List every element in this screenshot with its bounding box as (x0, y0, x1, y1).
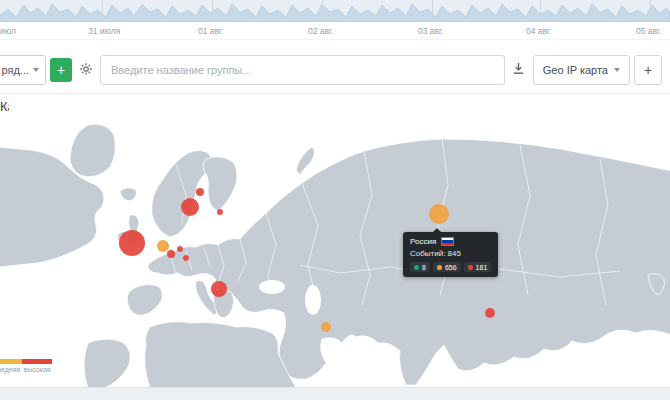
add-widget-label: + (644, 63, 652, 77)
group-order-select[interactable]: ряд... (0, 55, 46, 85)
timeline-sparkline (0, 0, 670, 22)
tooltip-country: Россия (410, 237, 436, 246)
severity-dot-icon (414, 265, 419, 270)
timeline-date: 03 авг. (418, 26, 443, 36)
dashboard: июля 31 июля01 авг.02 авг.03 авг.04 авг.… (0, 0, 670, 400)
map-marker[interactable] (181, 198, 199, 216)
landmass (296, 147, 315, 175)
legend-label: высокая (22, 366, 52, 373)
landmass (203, 157, 237, 211)
timeline-date: 04 авг. (526, 26, 551, 36)
timeline-gridline (212, 0, 213, 22)
chevron-down-icon (614, 68, 620, 72)
toolbar-divider (0, 93, 670, 94)
timeline-date: 01 авг. (198, 26, 223, 36)
russia-flag-icon (441, 237, 454, 246)
severity-legend-labels: средняявысокая (0, 366, 52, 373)
add-group-button[interactable]: + (50, 58, 72, 82)
world-map (0, 95, 670, 388)
group-name-input[interactable] (100, 55, 505, 85)
timeline-date: 02 авг. (308, 26, 333, 36)
tooltip-stat-chip: 8 (410, 262, 430, 272)
group-order-select-label: ряд... (1, 64, 29, 76)
geo-ip-map[interactable] (0, 95, 670, 388)
timeline-axis: июля 31 июля01 авг.02 авг.03 авг.04 авг.… (0, 22, 670, 40)
timeline-brush[interactable] (0, 0, 670, 22)
tooltip-events: Событий: 845 (410, 249, 491, 258)
tooltip-stat-value: 181 (476, 264, 488, 271)
landmass (145, 322, 296, 388)
timeline-gridline (650, 0, 651, 22)
timeline-gridline (322, 0, 323, 22)
map-marker[interactable] (321, 322, 331, 332)
legend-label: средняя (0, 366, 22, 373)
landmass (127, 285, 162, 316)
add-widget-button[interactable]: + (634, 55, 662, 85)
timeline-date: 31 июля (88, 26, 120, 36)
map-type-label: Geo IP карта (543, 64, 608, 76)
map-marker[interactable] (485, 308, 495, 318)
map-marker[interactable] (177, 246, 183, 252)
tooltip-stat-value: 656 (445, 264, 457, 271)
map-marker[interactable] (429, 204, 449, 224)
timeline-date-partial: июля (0, 26, 16, 36)
map-marker[interactable] (196, 188, 204, 196)
severity-dot-icon (468, 265, 473, 270)
map-marker[interactable] (211, 281, 227, 297)
landmass (70, 124, 115, 177)
tooltip-stat-chip: 181 (464, 262, 492, 272)
toolbar: ряд... + Geo IP карта (0, 52, 670, 88)
tooltip-stat-chip: 656 (433, 262, 461, 272)
map-type-select[interactable]: Geo IP карта (533, 55, 630, 85)
add-group-label: + (57, 63, 65, 77)
severity-dot-icon (437, 265, 442, 270)
landmass (120, 188, 136, 201)
severity-legend: средняявысокая (0, 359, 52, 373)
chevron-down-icon (33, 68, 39, 72)
legend-segment (22, 359, 52, 364)
timeline-date: 05 авг. (636, 26, 661, 36)
download-button[interactable] (509, 58, 529, 82)
timeline-gridline (540, 0, 541, 22)
timeline-gridline (432, 0, 433, 22)
timeline-gridline (102, 0, 103, 22)
landmass (84, 339, 130, 388)
map-marker[interactable] (167, 250, 175, 258)
map-marker[interactable] (119, 230, 145, 256)
caspian-sea (305, 285, 321, 315)
gear-icon (79, 62, 93, 79)
map-tooltip: Россия Событий: 845 8656181 (403, 232, 498, 277)
legend-segment (0, 359, 22, 364)
severity-legend-bar (0, 359, 52, 364)
section-heading: Карта (0, 99, 9, 114)
map-marker[interactable] (183, 255, 189, 261)
download-icon (512, 62, 525, 78)
black-sea (259, 280, 285, 294)
next-panel-edge (0, 387, 670, 400)
tooltip-stats: 8656181 (410, 262, 491, 272)
tooltip-stat-value: 8 (422, 264, 426, 271)
settings-button[interactable] (76, 58, 96, 82)
map-marker[interactable] (217, 209, 223, 215)
